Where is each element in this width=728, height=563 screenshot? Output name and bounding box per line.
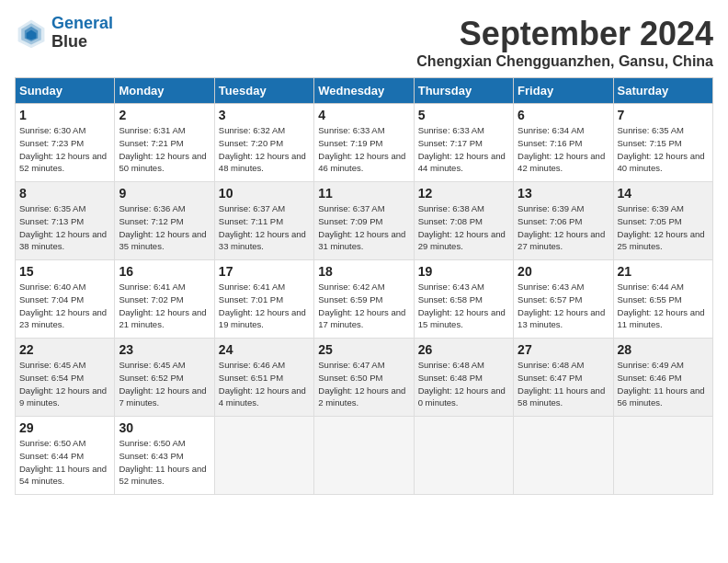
calendar-header-tuesday: Tuesday bbox=[214, 78, 313, 104]
day-info: Sunrise: 6:44 AMSunset: 6:55 PMDaylight:… bbox=[618, 281, 709, 331]
day-info: Sunrise: 6:39 AMSunset: 7:05 PMDaylight:… bbox=[618, 202, 709, 253]
day-number: 11 bbox=[318, 186, 409, 201]
day-number: 22 bbox=[19, 342, 110, 357]
day-number: 2 bbox=[119, 108, 210, 122]
calendar-cell: 27Sunrise: 6:48 AMSunset: 6:47 PMDayligh… bbox=[514, 339, 613, 417]
calendar-cell: 23Sunrise: 6:45 AMSunset: 6:52 PMDayligh… bbox=[115, 339, 214, 417]
calendar-week-row: 8Sunrise: 6:35 AMSunset: 7:13 PMDaylight… bbox=[16, 182, 713, 260]
calendar-cell: 1Sunrise: 6:30 AMSunset: 7:23 PMDaylight… bbox=[16, 104, 115, 182]
day-info: Sunrise: 6:31 AMSunset: 7:21 PMDaylight:… bbox=[119, 124, 210, 175]
day-number: 1 bbox=[19, 108, 110, 122]
day-number: 23 bbox=[119, 342, 210, 357]
logo-icon bbox=[15, 17, 48, 50]
day-info: Sunrise: 6:33 AMSunset: 7:17 PMDaylight:… bbox=[418, 124, 509, 175]
day-number: 24 bbox=[219, 342, 310, 357]
calendar-cell: 18Sunrise: 6:42 AMSunset: 6:59 PMDayligh… bbox=[314, 260, 414, 339]
calendar-cell: 13Sunrise: 6:39 AMSunset: 7:06 PMDayligh… bbox=[514, 182, 613, 260]
day-number: 27 bbox=[518, 342, 609, 357]
day-number: 19 bbox=[418, 264, 509, 279]
day-number: 6 bbox=[518, 108, 609, 122]
calendar-cell: 20Sunrise: 6:43 AMSunset: 6:57 PMDayligh… bbox=[514, 260, 613, 339]
day-info: Sunrise: 6:46 AMSunset: 6:51 PMDaylight:… bbox=[219, 359, 310, 409]
day-number: 5 bbox=[418, 108, 509, 122]
calendar-cell bbox=[214, 417, 313, 495]
calendar-cell: 17Sunrise: 6:41 AMSunset: 7:01 PMDayligh… bbox=[214, 260, 313, 339]
calendar-cell: 24Sunrise: 6:46 AMSunset: 6:51 PMDayligh… bbox=[214, 339, 313, 417]
calendar-cell bbox=[613, 417, 712, 495]
calendar-cell: 8Sunrise: 6:35 AMSunset: 7:13 PMDaylight… bbox=[16, 182, 115, 260]
calendar-cell: 6Sunrise: 6:34 AMSunset: 7:16 PMDaylight… bbox=[514, 104, 613, 182]
day-number: 28 bbox=[618, 342, 709, 357]
day-info: Sunrise: 6:32 AMSunset: 7:20 PMDaylight:… bbox=[219, 124, 310, 175]
calendar-cell: 16Sunrise: 6:41 AMSunset: 7:02 PMDayligh… bbox=[115, 260, 214, 339]
calendar-cell: 4Sunrise: 6:33 AMSunset: 7:19 PMDaylight… bbox=[314, 104, 414, 182]
calendar-header-sunday: Sunday bbox=[16, 78, 115, 104]
calendar-cell bbox=[314, 417, 414, 495]
day-info: Sunrise: 6:41 AMSunset: 7:01 PMDaylight:… bbox=[219, 281, 310, 331]
day-number: 9 bbox=[119, 186, 210, 201]
day-info: Sunrise: 6:35 AMSunset: 7:13 PMDaylight:… bbox=[19, 202, 110, 253]
calendar-header-wednesday: Wednesday bbox=[314, 78, 414, 104]
day-info: Sunrise: 6:49 AMSunset: 6:46 PMDaylight:… bbox=[618, 359, 709, 409]
day-info: Sunrise: 6:43 AMSunset: 6:58 PMDaylight:… bbox=[418, 281, 509, 331]
calendar-cell: 26Sunrise: 6:48 AMSunset: 6:48 PMDayligh… bbox=[414, 339, 513, 417]
location: Chengxian Chengguanzhen, Gansu, China bbox=[416, 53, 713, 70]
day-number: 12 bbox=[418, 186, 509, 201]
day-info: Sunrise: 6:45 AMSunset: 6:52 PMDaylight:… bbox=[119, 359, 210, 409]
calendar-cell: 28Sunrise: 6:49 AMSunset: 6:46 PMDayligh… bbox=[613, 339, 712, 417]
calendar-week-row: 1Sunrise: 6:30 AMSunset: 7:23 PMDaylight… bbox=[16, 104, 713, 182]
day-number: 20 bbox=[518, 264, 609, 279]
logo-text: GeneralBlue bbox=[51, 15, 113, 52]
calendar-header-saturday: Saturday bbox=[613, 78, 712, 104]
calendar-cell: 29Sunrise: 6:50 AMSunset: 6:44 PMDayligh… bbox=[16, 417, 115, 495]
day-number: 29 bbox=[19, 420, 110, 435]
calendar-cell: 12Sunrise: 6:38 AMSunset: 7:08 PMDayligh… bbox=[414, 182, 513, 260]
calendar-cell: 11Sunrise: 6:37 AMSunset: 7:09 PMDayligh… bbox=[314, 182, 414, 260]
day-number: 15 bbox=[19, 264, 110, 279]
calendar-cell: 5Sunrise: 6:33 AMSunset: 7:17 PMDaylight… bbox=[414, 104, 513, 182]
day-number: 7 bbox=[618, 108, 709, 122]
day-info: Sunrise: 6:35 AMSunset: 7:15 PMDaylight:… bbox=[618, 124, 709, 175]
day-info: Sunrise: 6:43 AMSunset: 6:57 PMDaylight:… bbox=[518, 281, 609, 331]
calendar-cell: 2Sunrise: 6:31 AMSunset: 7:21 PMDaylight… bbox=[115, 104, 214, 182]
day-info: Sunrise: 6:39 AMSunset: 7:06 PMDaylight:… bbox=[518, 202, 609, 253]
calendar-cell: 10Sunrise: 6:37 AMSunset: 7:11 PMDayligh… bbox=[214, 182, 313, 260]
day-info: Sunrise: 6:41 AMSunset: 7:02 PMDaylight:… bbox=[119, 281, 210, 331]
calendar-cell: 15Sunrise: 6:40 AMSunset: 7:04 PMDayligh… bbox=[16, 260, 115, 339]
day-info: Sunrise: 6:33 AMSunset: 7:19 PMDaylight:… bbox=[318, 124, 409, 175]
day-info: Sunrise: 6:50 AMSunset: 6:43 PMDaylight:… bbox=[119, 437, 210, 488]
calendar-header-monday: Monday bbox=[115, 78, 214, 104]
day-info: Sunrise: 6:47 AMSunset: 6:50 PMDaylight:… bbox=[318, 359, 409, 409]
day-number: 26 bbox=[418, 342, 509, 357]
day-number: 30 bbox=[119, 420, 210, 435]
day-info: Sunrise: 6:45 AMSunset: 6:54 PMDaylight:… bbox=[19, 359, 110, 409]
calendar-week-row: 22Sunrise: 6:45 AMSunset: 6:54 PMDayligh… bbox=[16, 339, 713, 417]
calendar-cell: 3Sunrise: 6:32 AMSunset: 7:20 PMDaylight… bbox=[214, 104, 313, 182]
calendar-week-row: 29Sunrise: 6:50 AMSunset: 6:44 PMDayligh… bbox=[16, 417, 713, 495]
month-title: September 2024 bbox=[416, 15, 713, 53]
calendar-cell: 21Sunrise: 6:44 AMSunset: 6:55 PMDayligh… bbox=[613, 260, 712, 339]
day-info: Sunrise: 6:34 AMSunset: 7:16 PMDaylight:… bbox=[518, 124, 609, 175]
day-number: 4 bbox=[318, 108, 409, 122]
calendar-cell: 14Sunrise: 6:39 AMSunset: 7:05 PMDayligh… bbox=[613, 182, 712, 260]
page-header: GeneralBlue September 2024 Chengxian Che… bbox=[15, 15, 713, 70]
day-number: 16 bbox=[119, 264, 210, 279]
day-number: 3 bbox=[219, 108, 310, 122]
day-info: Sunrise: 6:48 AMSunset: 6:47 PMDaylight:… bbox=[518, 359, 609, 409]
day-number: 8 bbox=[19, 186, 110, 201]
day-info: Sunrise: 6:30 AMSunset: 7:23 PMDaylight:… bbox=[19, 124, 110, 175]
calendar-header-thursday: Thursday bbox=[414, 78, 513, 104]
day-number: 14 bbox=[618, 186, 709, 201]
day-info: Sunrise: 6:48 AMSunset: 6:48 PMDaylight:… bbox=[418, 359, 509, 409]
calendar-cell bbox=[514, 417, 613, 495]
day-info: Sunrise: 6:38 AMSunset: 7:08 PMDaylight:… bbox=[418, 202, 509, 253]
day-info: Sunrise: 6:50 AMSunset: 6:44 PMDaylight:… bbox=[19, 437, 110, 488]
calendar-cell bbox=[414, 417, 513, 495]
calendar-cell: 30Sunrise: 6:50 AMSunset: 6:43 PMDayligh… bbox=[115, 417, 214, 495]
calendar-cell: 22Sunrise: 6:45 AMSunset: 6:54 PMDayligh… bbox=[16, 339, 115, 417]
calendar-cell: 7Sunrise: 6:35 AMSunset: 7:15 PMDaylight… bbox=[613, 104, 712, 182]
day-number: 25 bbox=[318, 342, 409, 357]
title-block: September 2024 Chengxian Chengguanzhen, … bbox=[416, 15, 713, 70]
day-number: 21 bbox=[618, 264, 709, 279]
day-info: Sunrise: 6:42 AMSunset: 6:59 PMDaylight:… bbox=[318, 281, 409, 331]
